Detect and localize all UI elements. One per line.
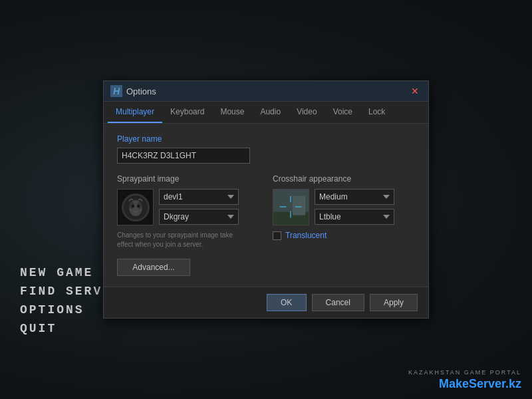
settings-columns: Spraypaint image [117,174,415,276]
crosshair-label: Crosshair appearance [273,174,415,184]
tab-multiplayer[interactable]: Multiplayer [108,102,162,123]
crosshair-area: Medium Small Large Ltblue Green Red Blue… [273,189,415,225]
spray-icon [122,194,150,221]
tabs-bar: Multiplayer Keyboard Mouse Audio Video V… [104,102,428,124]
dialog-title: Options [126,86,156,96]
spray-area: devl1 Dkgray [117,189,259,225]
spraypaint-section: Spraypaint image [117,174,259,276]
tab-lock[interactable]: Lock [360,102,393,123]
tab-mouse[interactable]: Mouse [212,102,252,123]
cancel-button[interactable]: Cancel [312,294,364,311]
tab-voice[interactable]: Voice [325,102,360,123]
close-button[interactable]: ✕ [408,86,422,96]
tab-keyboard[interactable]: Keyboard [162,102,212,123]
ok-button[interactable]: OK [267,294,307,311]
crosshair-size-dropdown[interactable]: Medium Small Large [315,189,394,205]
svg-rect-8 [293,196,305,215]
spray-note: Changes to your spraypaint image take ef… [117,231,237,249]
crosshair-section: Crosshair appearance [273,174,415,276]
dialog-content: Player name Spraypaint image [104,124,428,287]
tab-video[interactable]: Video [289,102,325,123]
translucent-row: Translucent [273,231,415,240]
dialog-icon: H [110,85,122,97]
spray-type-dropdown[interactable]: devl1 [159,189,239,205]
spray-dropdowns: devl1 Dkgray [159,189,259,225]
dialog-footer: OK Cancel Apply [104,287,428,318]
tab-audio[interactable]: Audio [252,102,289,123]
player-name-input[interactable] [117,148,250,164]
title-bar-left: H Options [110,85,156,97]
title-bar: H Options ✕ [104,81,428,102]
crosshair-thumbnail [273,189,309,225]
options-dialog: H Options ✕ Multiplayer Keyboard Mouse A… [103,80,429,319]
dialog-overlay: H Options ✕ Multiplayer Keyboard Mouse A… [0,0,532,399]
svg-point-5 [137,205,140,207]
crosshair-color-dropdown[interactable]: Ltblue Green Red Blue Yellow White [315,209,394,225]
translucent-label: Translucent [285,231,327,240]
advanced-button[interactable]: Advanced... [117,259,190,276]
spraypaint-label: Spraypaint image [117,174,259,184]
spray-color-dropdown[interactable]: Dkgray [159,209,239,225]
apply-button[interactable]: Apply [370,294,418,311]
translucent-checkbox[interactable] [273,231,281,240]
svg-point-4 [132,205,134,207]
player-name-label: Player name [117,134,415,144]
crosshair-dropdowns: Medium Small Large Ltblue Green Red Blue… [315,189,394,225]
spray-thumbnail [117,189,154,225]
